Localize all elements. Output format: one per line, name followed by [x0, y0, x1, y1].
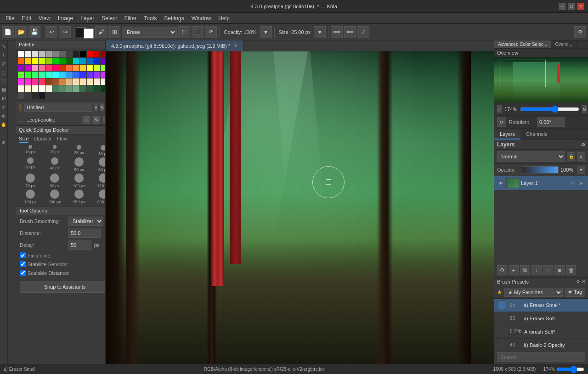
layer-settings-button[interactable]: ⚙ — [497, 265, 507, 275]
menu-item-settings[interactable]: Settings — [160, 14, 187, 22]
color-swatch[interactable] — [52, 65, 59, 71]
finish-line-checkbox[interactable] — [20, 252, 26, 258]
maximize-button[interactable]: □ — [568, 3, 575, 10]
tool-path[interactable]: ⌒ — [0, 129, 7, 137]
color-swatch[interactable] — [25, 78, 31, 85]
canvas-content[interactable] — [106, 51, 494, 364]
layer-options-icon[interactable]: ⚙ — [569, 179, 576, 187]
layer-collapse-icon[interactable]: ▶ — [578, 179, 585, 187]
brush-preset-item[interactable]: 5.72bAirbrush Soft* — [494, 325, 588, 339]
qs-brush-option[interactable]: 20 px — [43, 145, 66, 156]
color-swatch[interactable] — [87, 72, 93, 78]
color-swatch[interactable] — [66, 85, 73, 92]
color-swatch[interactable] — [52, 78, 59, 85]
color-swatch[interactable] — [32, 85, 38, 92]
color-swatch[interactable] — [101, 51, 106, 57]
color-swatch[interactable] — [18, 51, 24, 57]
qs-brush-option[interactable]: 100 px — [68, 173, 90, 188]
size-spinner-down[interactable]: ▼ — [314, 26, 326, 38]
color-swatch[interactable] — [18, 85, 24, 92]
opacity-spinner-down[interactable]: ▼ — [260, 26, 272, 38]
qs-brush-option[interactable]: 70 px — [19, 173, 42, 188]
brush-delete-button[interactable]: ✕ — [102, 116, 106, 124]
qs-tab-flow[interactable]: Flow — [57, 136, 68, 143]
brush-edit-button[interactable]: ✎ — [92, 116, 101, 124]
background-color[interactable] — [84, 28, 94, 39]
qs-brush-option[interactable]: 30 px — [92, 145, 106, 156]
brush-grid-button[interactable]: ⊞ — [108, 26, 120, 38]
color-swatch[interactable] — [52, 85, 59, 92]
qs-brush-option[interactable]: 80 px — [43, 173, 66, 188]
color-swatch[interactable] — [32, 92, 38, 99]
color-swatch[interactable] — [39, 72, 45, 78]
menu-item-select[interactable]: Select — [98, 14, 120, 22]
add-layer-button[interactable]: + — [94, 103, 98, 112]
qs-brush-option[interactable]: 250 px — [68, 190, 90, 204]
canvas-tab-close[interactable]: ✕ — [234, 43, 237, 48]
color-swatch[interactable] — [80, 58, 86, 64]
layers-expand-icon[interactable]: ⚙ — [581, 142, 585, 147]
color-swatch[interactable] — [80, 78, 86, 85]
color-swatch[interactable] — [32, 65, 38, 71]
color-swatch[interactable] — [52, 72, 59, 78]
color-swatch[interactable] — [73, 51, 79, 57]
color-swatch[interactable] — [101, 85, 106, 92]
tool-text[interactable]: T — [0, 51, 7, 58]
fill-icon[interactable]: ⬛ — [192, 26, 204, 38]
color-swatch[interactable] — [52, 58, 59, 64]
bp-close-icon[interactable]: ✕ — [582, 279, 585, 284]
layer-visibility-eye[interactable]: 👁 — [497, 179, 504, 187]
zoom-slider[interactable] — [520, 106, 579, 112]
status-zoom-slider[interactable] — [557, 366, 584, 373]
overview-thumbnail[interactable] — [494, 57, 588, 103]
color-swatch[interactable] — [39, 51, 45, 57]
color-swatch[interactable] — [101, 78, 106, 85]
color-swatch[interactable] — [39, 58, 45, 64]
color-swatch[interactable] — [25, 92, 31, 99]
color-swatch[interactable] — [32, 51, 38, 57]
channels-tab[interactable]: Channels — [520, 129, 553, 140]
brush-preset-button[interactable]: 🖌 — [95, 26, 107, 38]
save-file-button[interactable]: 💾 — [28, 26, 40, 38]
color-swatch[interactable] — [73, 65, 79, 71]
blend-alpha-icon[interactable]: α — [577, 152, 585, 161]
overview-nav-rect[interactable] — [499, 60, 546, 87]
color-swatch[interactable] — [59, 51, 66, 57]
layer-name-input[interactable] — [24, 103, 92, 112]
qs-brush-option[interactable]: 120 px — [92, 173, 106, 188]
blend-mode-select[interactable]: Normal — [497, 151, 565, 162]
advanced-color-selector-tab[interactable]: Advanced Color Selec... — [494, 40, 551, 48]
layer-opacity-slider[interactable] — [522, 166, 559, 173]
canvas-tab-main[interactable]: 4.3.0-prealpha (git 8c9b10e): galteed.jp… — [106, 40, 243, 51]
color-swatch[interactable] — [87, 51, 93, 57]
color-swatch[interactable] — [25, 51, 31, 57]
tool-fill[interactable]: ⬛ — [0, 77, 7, 84]
qs-tab-opacity[interactable]: Opacity — [34, 136, 51, 143]
color-swatch[interactable] — [80, 51, 86, 57]
color-swatch[interactable] — [18, 58, 24, 64]
layers-tab[interactable]: Layers — [494, 129, 520, 140]
color-swatch[interactable] — [66, 58, 73, 64]
color-swatch[interactable] — [45, 78, 52, 85]
color-swatch[interactable] — [66, 72, 73, 78]
color-swatch[interactable] — [59, 78, 66, 85]
brush-name-selector[interactable]: Erase — [122, 27, 177, 38]
color-swatch[interactable] — [39, 65, 45, 71]
zoom-settings-button[interactable]: ⚙ — [582, 105, 587, 113]
color-swatch[interactable] — [18, 65, 24, 71]
layer-delete-button[interactable]: 🗑 — [566, 265, 576, 275]
color-swatch[interactable] — [94, 78, 100, 85]
foreground-swatch[interactable] — [19, 103, 23, 112]
color-swatch[interactable] — [32, 78, 38, 85]
color-swatch[interactable] — [94, 72, 100, 78]
wrap-button[interactable]: ⤢ — [357, 26, 369, 38]
color-swatch[interactable] — [66, 51, 73, 57]
color-swatch[interactable] — [87, 78, 93, 85]
color-swatch[interactable] — [45, 85, 52, 92]
color-swatch[interactable] — [45, 65, 52, 71]
brush-preset-item[interactable]: 40b) Basic-2 Opacity — [494, 339, 588, 350]
color-swatch[interactable] — [18, 92, 24, 99]
color-swatch[interactable] — [45, 58, 52, 64]
mirror-v-button[interactable]: ⟸ — [344, 26, 356, 38]
color-swatch[interactable] — [94, 65, 100, 71]
